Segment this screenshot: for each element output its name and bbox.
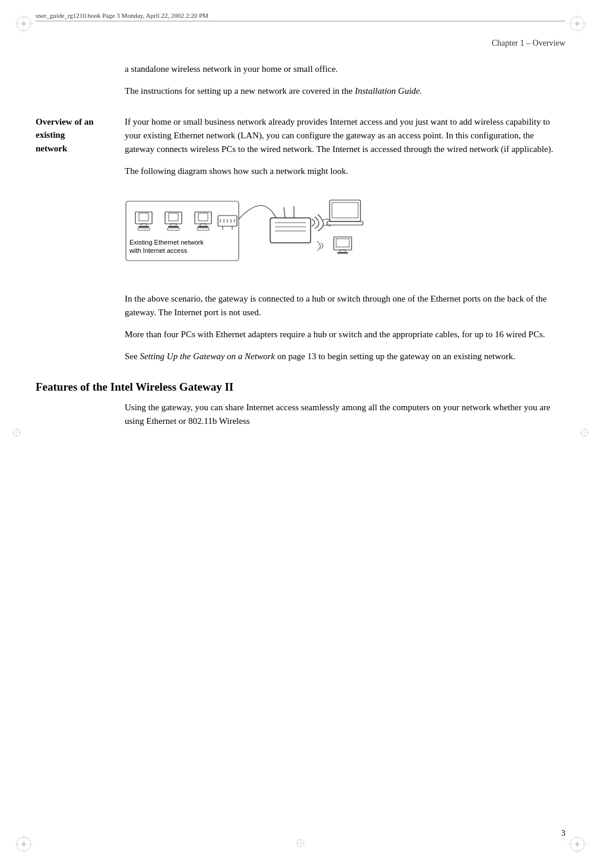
- svg-rect-63: [337, 252, 348, 254]
- file-info-text: user_guide_rg1210.book Page 3 Monday, Ap…: [36, 12, 208, 19]
- svg-rect-26: [135, 212, 152, 224]
- intro-paragraph-1: a standalone wireless network in your ho…: [125, 62, 565, 76]
- desktop-icon-3: [195, 212, 211, 230]
- svg-rect-61: [336, 239, 349, 247]
- section-para-5: See Setting Up the Gateway on a Network …: [125, 350, 565, 363]
- corner-mark-tl: [12, 12, 36, 36]
- file-info-bar: user_guide_rg1210.book Page 3 Monday, Ap…: [36, 12, 565, 21]
- features-section: Features of the Intel Wireless Gateway I…: [36, 381, 565, 429]
- svg-rect-36: [195, 212, 211, 224]
- section-heading-col: Overview of an existing network: [36, 115, 113, 372]
- italic-setting-up: Setting Up the Gateway on a Network: [140, 351, 274, 361]
- svg-rect-59: [327, 221, 363, 225]
- svg-text:Existing Ethernet network: Existing Ethernet network: [129, 239, 204, 246]
- section-para-4: More than four PCs with Ethernet adapter…: [125, 328, 565, 341]
- intro-text-2: The instructions for setting up a new ne…: [125, 86, 422, 96]
- laptop-icon: [327, 200, 363, 225]
- svg-rect-58: [332, 202, 358, 218]
- chapter-header: Chapter 1 – Overview: [36, 39, 565, 50]
- desktop-icon-1: [135, 212, 152, 230]
- svg-rect-39: [198, 226, 208, 227]
- section-para-1: If your home or small business network a…: [125, 115, 565, 157]
- intro-text-1: a standalone wireless network in your ho…: [125, 64, 338, 74]
- diagram-svg: Existing Ethernet network with Internet …: [125, 189, 380, 281]
- svg-rect-51: [270, 218, 311, 243]
- gateway-icon: [270, 206, 324, 243]
- svg-rect-35: [167, 228, 179, 230]
- side-mark-left: [12, 428, 21, 440]
- svg-line-55: [284, 207, 285, 218]
- svg-rect-38: [200, 224, 206, 226]
- italic-installation-guide: Installation Guide.: [355, 86, 422, 96]
- section-para-2: The following diagram shows how such a n…: [125, 164, 565, 178]
- intro-paragraph-2: The instructions for setting up a new ne…: [125, 84, 565, 98]
- svg-rect-34: [168, 226, 179, 227]
- section-overview: Overview of an existing network If your …: [36, 115, 565, 372]
- hub-icon: [218, 216, 237, 230]
- section-heading: Overview of an existing network: [36, 115, 113, 156]
- svg-rect-33: [170, 224, 176, 226]
- corner-mark-bl: [12, 832, 36, 856]
- desktop-icon-4: [334, 237, 352, 254]
- svg-rect-32: [169, 213, 178, 221]
- desktop-icon-2: [165, 212, 182, 230]
- corner-mark-tr: [565, 12, 589, 36]
- section-para-3: In the above scenario, the gateway is co…: [125, 292, 565, 320]
- svg-rect-37: [198, 213, 208, 221]
- features-title: Features of the Intel Wireless Gateway I…: [36, 381, 565, 394]
- svg-rect-57: [330, 200, 360, 221]
- svg-rect-30: [138, 228, 150, 230]
- svg-rect-40: [197, 228, 209, 230]
- corner-mark-br: [565, 832, 589, 856]
- side-mark-right: [580, 428, 589, 440]
- svg-rect-31: [165, 212, 182, 224]
- svg-rect-27: [139, 213, 148, 221]
- features-text: Using the gateway, you can share Interne…: [125, 403, 551, 426]
- svg-rect-28: [141, 224, 147, 226]
- svg-rect-29: [138, 226, 149, 227]
- features-paragraph: Using the gateway, you can share Interne…: [125, 401, 565, 429]
- content-area: Chapter 1 – Overview a standalone wirele…: [36, 39, 565, 821]
- svg-text:with Internet access: with Internet access: [129, 247, 188, 254]
- svg-rect-62: [340, 250, 346, 252]
- side-mark-bottom: [296, 838, 305, 850]
- section-body-col: If your home or small business network a…: [125, 115, 565, 372]
- network-diagram: Existing Ethernet network with Internet …: [125, 189, 565, 281]
- page-number: 3: [561, 829, 565, 838]
